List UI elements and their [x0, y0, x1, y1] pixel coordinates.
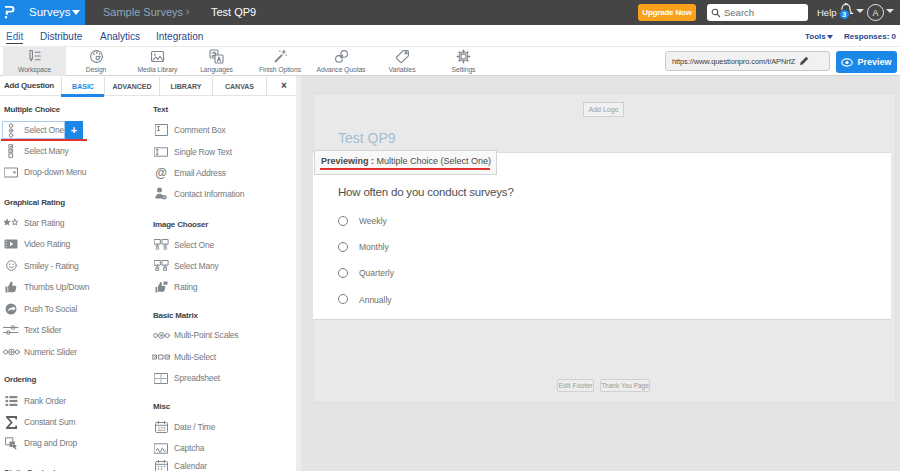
svg-text:123: 123: [157, 426, 165, 432]
